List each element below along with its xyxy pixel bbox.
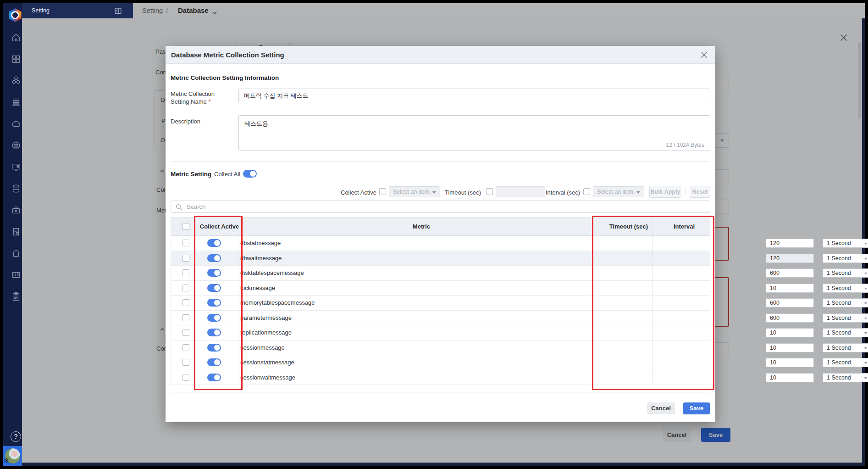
bulk-apply-button[interactable]: Bulk Apply	[649, 186, 681, 198]
user-menu[interactable]: ⚙	[3, 446, 22, 466]
collect-active-toggle[interactable]	[207, 284, 221, 292]
collect-active-toggle[interactable]	[207, 299, 221, 307]
timeout-input[interactable]	[766, 313, 814, 323]
chevron-down-icon	[864, 243, 867, 245]
timeout-input[interactable]	[766, 254, 814, 263]
row-checkbox[interactable]	[182, 344, 189, 351]
description-textarea[interactable]: 테스트용 12 / 1024 Bytes	[238, 115, 710, 151]
timeout-input[interactable]	[766, 328, 814, 337]
table-row: dbwaitmessage 1 Second	[171, 251, 710, 266]
chevron-down-icon	[432, 191, 436, 194]
interval-select[interactable]: 1 Second	[823, 358, 868, 367]
timeout-input[interactable]	[766, 284, 814, 293]
database-icon[interactable]	[11, 184, 21, 194]
metric-name: dbstatmessage	[240, 240, 281, 246]
interval-select[interactable]: 1 Second	[823, 313, 868, 323]
collect-all-label: Collect All	[214, 170, 240, 178]
table-footer-gap	[171, 388, 710, 392]
metric-name: replicationmessage	[240, 329, 292, 336]
cloud-icon[interactable]	[11, 119, 21, 129]
row-checkbox[interactable]	[182, 255, 189, 262]
sidebar-header: Setting	[22, 3, 133, 18]
row-checkbox[interactable]	[182, 269, 189, 276]
interval-select[interactable]: 1 Second	[823, 239, 868, 248]
icon-rail: ? ⚙	[3, 3, 22, 466]
timeout-input[interactable]	[766, 268, 814, 278]
timeout-input[interactable]	[766, 343, 814, 352]
row-checkbox[interactable]	[182, 299, 189, 306]
document-search-icon[interactable]	[11, 227, 21, 237]
timeout-input[interactable]	[766, 358, 814, 367]
table-row: lockmessage 1 Second	[171, 281, 710, 296]
id-card-icon[interactable]	[11, 270, 21, 280]
reset-button[interactable]: Reset	[690, 186, 710, 198]
sidebar-title: Setting	[32, 7, 50, 14]
divider	[685, 188, 686, 195]
interval-select[interactable]: 1 Second	[823, 343, 868, 352]
row-checkbox[interactable]	[182, 374, 189, 381]
filter-interval-select[interactable]: Select an item.	[593, 186, 644, 197]
timeout-input[interactable]	[766, 298, 814, 307]
chevron-down-icon	[864, 377, 867, 379]
filter-collect-active-select[interactable]: Select an item.	[389, 186, 440, 197]
interval-select[interactable]: 1 Second	[823, 254, 868, 263]
briefcase-icon[interactable]	[11, 205, 21, 215]
select-all-checkbox[interactable]	[182, 223, 189, 230]
collect-active-toggle[interactable]	[207, 314, 221, 322]
row-checkbox[interactable]	[182, 240, 189, 246]
interval-select[interactable]: 1 Second	[823, 284, 868, 293]
filter-timeout-checkbox[interactable]	[486, 188, 493, 195]
row-checkbox[interactable]	[182, 314, 189, 321]
collect-active-toggle[interactable]	[207, 358, 221, 366]
chevron-down-icon	[864, 273, 867, 274]
close-icon[interactable]	[701, 51, 708, 59]
metric-name: disktablespacemessage	[240, 269, 304, 276]
filter-interval-checkbox[interactable]	[583, 188, 590, 195]
clipboard-icon[interactable]	[11, 291, 21, 302]
interval-select[interactable]: 1 Second	[823, 328, 868, 337]
modal-backdrop	[133, 3, 865, 18]
collect-active-toggle[interactable]	[207, 239, 221, 247]
app-logo-icon[interactable]	[8, 8, 22, 22]
header-collect-active: Collect Active	[196, 218, 243, 236]
search-icon	[176, 204, 182, 211]
home-icon[interactable]	[11, 33, 21, 43]
row-checkbox[interactable]	[182, 359, 189, 366]
section-title: Metric Collection Setting Information	[171, 74, 279, 81]
collect-all-toggle[interactable]	[243, 170, 257, 178]
collect-active-toggle[interactable]	[207, 329, 221, 336]
save-button[interactable]: Save	[683, 402, 710, 414]
modal-header: Database Metric Collection Setting	[166, 46, 715, 64]
collect-active-toggle[interactable]	[207, 269, 221, 277]
filter-collect-active-checkbox[interactable]	[379, 188, 386, 195]
hexagon-cluster-icon[interactable]	[11, 76, 21, 86]
kubernetes-icon[interactable]	[11, 140, 21, 151]
collect-active-toggle[interactable]	[207, 254, 221, 262]
row-checkbox[interactable]	[182, 285, 189, 291]
interval-select[interactable]: 1 Second	[823, 298, 868, 307]
collect-active-toggle[interactable]	[207, 344, 221, 352]
sidebar-collapse-icon[interactable]	[114, 7, 122, 15]
chevron-down-icon	[864, 347, 867, 349]
server-stack-icon[interactable]	[11, 97, 21, 107]
apps-grid-icon[interactable]	[11, 54, 21, 64]
filter-timeout-input[interactable]	[496, 186, 545, 197]
timeout-input[interactable]	[766, 239, 814, 248]
desktop-metrics-icon[interactable]	[11, 162, 21, 172]
timeout-input[interactable]	[766, 373, 814, 382]
bell-icon[interactable]	[11, 248, 21, 258]
metric-name: parametermessage	[240, 314, 292, 321]
setting-name-input[interactable]	[238, 89, 710, 103]
search-input[interactable]	[186, 201, 690, 212]
interval-select[interactable]: 1 Second	[823, 373, 868, 382]
help-icon[interactable]: ?	[11, 431, 21, 442]
header-metric: Metric	[243, 218, 600, 236]
description-label: Description	[171, 117, 200, 125]
table-row: parametermessage 1 Second	[171, 311, 710, 326]
header-interval: Interval	[658, 218, 711, 236]
collect-active-toggle[interactable]	[207, 374, 221, 381]
cancel-button[interactable]: Cancel	[647, 402, 675, 414]
row-checkbox[interactable]	[182, 329, 189, 336]
metric-collection-modal: Database Metric Collection Setting Metri…	[166, 46, 715, 422]
interval-select[interactable]: 1 Second	[823, 268, 868, 278]
